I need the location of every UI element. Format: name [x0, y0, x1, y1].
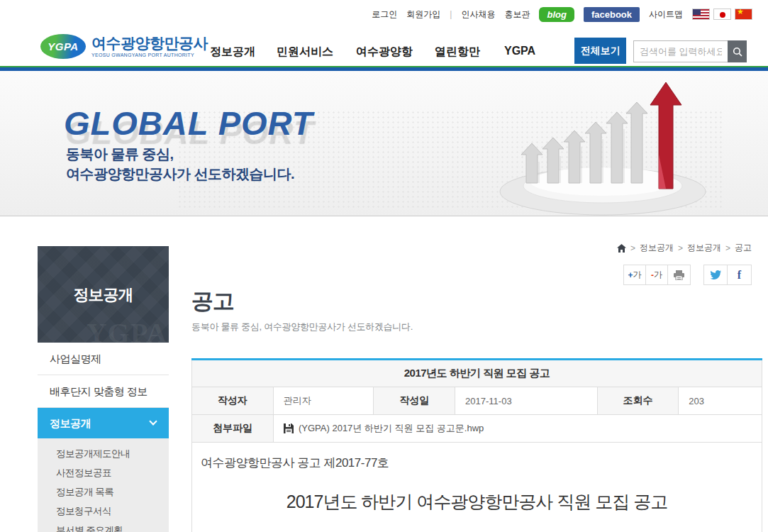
chevron-down-icon — [149, 417, 157, 425]
post-meta-row: 작성자 관리자 작성일 2017-11-03 조회수 203 — [191, 387, 762, 415]
nav-civil-service[interactable]: 민원서비스 — [277, 45, 333, 60]
twitter-icon — [710, 270, 721, 279]
font-increase-button[interactable]: +가 — [624, 265, 646, 284]
growth-arrows-graphic — [489, 77, 723, 216]
sidebar-submenu: 정보공개제도안내 사전정보공표 정보공개 목록 정보청구서식 부서별 주요계획 — [38, 438, 169, 532]
pr-center-link[interactable]: 홍보관 — [504, 9, 530, 21]
nav-info-disclosure[interactable]: 정보공개 — [210, 45, 255, 60]
floppy-disk-icon — [284, 423, 294, 433]
submenu-item-disclosure-list[interactable]: 정보공개 목록 — [38, 482, 169, 501]
post-table: 2017년도 하반기 직원 모집 공고 작성자 관리자 작성일 2017-11-… — [191, 358, 762, 532]
breadcrumb-separator: > — [630, 243, 635, 253]
china-flag-icon[interactable] — [735, 9, 752, 20]
attachment-row: 첨부파일 (YGPA) 2017년 하반기 직원 모집 공고문.hwp — [191, 415, 762, 443]
writer-label: 작성자 — [192, 387, 274, 414]
page-subtitle: 동북아 물류 중심, 여수광양항만공사가 선도하겠습니다. — [191, 321, 413, 333]
submenu-item-dept-plans[interactable]: 부서별 주요계획 — [38, 521, 169, 532]
search-input[interactable] — [633, 40, 728, 62]
views-label: 조회수 — [598, 387, 679, 414]
utility-bar: 로그인 회원가입 | 인사채용 홍보관 blog facebook 사이트맵 — [0, 0, 768, 28]
hero-title: GLOBAL PORT — [64, 104, 313, 143]
hero-banner: GLOBAL PORT 동북아 물류 중심, 여수광양항만공사가 선도하겠습니다… — [0, 71, 768, 216]
hero-subtitle: 동북아 물류 중심, 여수광양항만공사가 선도하겠습니다. — [66, 144, 294, 184]
sidebar-item-hinterland-info[interactable]: 배후단지 맞춤형 정보 — [38, 375, 169, 408]
sidebar-header: 정보공개 YGPA — [38, 246, 169, 343]
search-button[interactable] — [728, 40, 747, 62]
page-title: 공고 — [191, 287, 234, 316]
japan-flag-icon[interactable] — [713, 9, 731, 20]
post-title-row: 2017년도 하반기 직원 모집 공고 — [191, 360, 762, 387]
attachment-link[interactable]: (YGPA) 2017년 하반기 직원 모집 공고문.hwp — [284, 422, 484, 435]
breadcrumb-item[interactable]: 정보공개 — [640, 242, 674, 254]
font-decrease-button[interactable]: -가 — [646, 265, 668, 284]
hero-subtitle-line2: 여수광양항만공사가 선도하겠습니다. — [66, 164, 294, 184]
date-value: 2017-11-03 — [455, 387, 598, 414]
post-body: 여수광양항만공사 공고 제2017-77호 2017년도 하반기 여수광양항만공… — [191, 443, 762, 532]
facebook-icon: f — [738, 269, 741, 282]
attachment-filename: (YGPA) 2017년 하반기 직원 모집 공고문.hwp — [299, 422, 484, 435]
ga-char: 가 — [654, 269, 662, 281]
page-controls: +가 -가 f — [623, 265, 752, 285]
print-button[interactable] — [668, 265, 690, 284]
post-title: 2017년도 하반기 직원 모집 공고 — [404, 367, 550, 380]
login-link[interactable]: 로그인 — [372, 9, 397, 21]
nav-open-port[interactable]: 열린항만 — [435, 45, 480, 60]
search-icon — [733, 47, 742, 57]
site-logo[interactable]: YGPA 여수광양항만공사 YEOSU GWANGYANG PORT AUTHO… — [40, 34, 208, 59]
join-link[interactable]: 회원가입 — [406, 9, 440, 21]
us-flag-icon[interactable] — [692, 9, 710, 20]
sidebar-item-info-disclosure[interactable]: 정보공개 — [38, 408, 169, 438]
facebook-badge[interactable]: facebook — [584, 7, 640, 22]
ga-char: 가 — [633, 269, 642, 281]
sidebar: 정보공개 YGPA 사업실명제 배후단지 맞춤형 정보 정보공개 정보공개제도안… — [38, 246, 169, 532]
sidebar-item-label: 정보공개 — [50, 417, 91, 429]
views-value: 203 — [679, 387, 762, 414]
print-icon — [674, 270, 684, 280]
attachment-cell: (YGPA) 2017년 하반기 직원 모집 공고문.hwp — [274, 415, 762, 442]
breadcrumb-item[interactable]: 정보공개 — [687, 242, 721, 254]
recruit-link[interactable]: 인사채용 — [461, 9, 495, 21]
home-icon[interactable] — [617, 244, 626, 253]
sidebar-title: 정보공개 — [38, 246, 169, 306]
all-menu-button[interactable]: 전체보기 — [574, 38, 626, 64]
sidebar-watermark: YGPA — [87, 316, 167, 343]
writer-value: 관리자 — [274, 387, 374, 414]
nav-yeosu-gwangyang-port[interactable]: 여수광양항 — [356, 45, 413, 60]
doc-number: 여수광양항만공사 공고 제2017-77호 — [201, 455, 753, 471]
submenu-item-request-forms[interactable]: 정보청구서식 — [38, 501, 169, 521]
date-label: 작성일 — [374, 387, 455, 414]
submenu-item-guide[interactable]: 정보공개제도안내 — [38, 444, 169, 463]
nav-ygpa[interactable]: YGPA — [504, 45, 535, 57]
twitter-share-button[interactable] — [704, 265, 728, 284]
page: 로그인 회원가입 | 인사채용 홍보관 blog facebook 사이트맵 Y… — [0, 0, 768, 532]
blog-badge[interactable]: blog — [539, 7, 574, 22]
attachment-label: 첨부파일 — [192, 415, 274, 442]
sitemap-link[interactable]: 사이트맵 — [649, 9, 683, 21]
utility-separator: | — [450, 9, 452, 19]
hero-subtitle-line1: 동북아 물류 중심, — [66, 144, 294, 164]
logo-name-kr: 여수광양항만공사 — [91, 35, 208, 50]
sidebar-item-business-real-name[interactable]: 사업실명제 — [38, 343, 169, 375]
breadcrumb-item[interactable]: 공고 — [735, 242, 752, 254]
ygpa-logo-icon: YGPA — [40, 34, 86, 59]
doc-title: 2017년도 하반기 여수광양항만공사 직원 모집 공고 — [201, 490, 753, 514]
site-search — [633, 40, 747, 62]
font-print-group: +가 -가 — [623, 265, 691, 285]
breadcrumb-separator: > — [725, 243, 730, 253]
plus-sign: + — [628, 270, 633, 280]
breadcrumb-separator: > — [678, 243, 683, 253]
submenu-item-advance-disclosure[interactable]: 사전정보공표 — [38, 463, 169, 482]
language-flags — [692, 9, 752, 20]
sns-share-group: f — [703, 265, 752, 285]
logo-text: 여수광양항만공사 YEOSU GWANGYANG PORT AUTHORITY — [91, 35, 208, 57]
breadcrumb: > 정보공개 > 정보공개 > 공고 — [617, 242, 752, 254]
logo-name-en: YEOSU GWANGYANG PORT AUTHORITY — [91, 52, 208, 57]
facebook-share-button[interactable]: f — [728, 265, 751, 284]
